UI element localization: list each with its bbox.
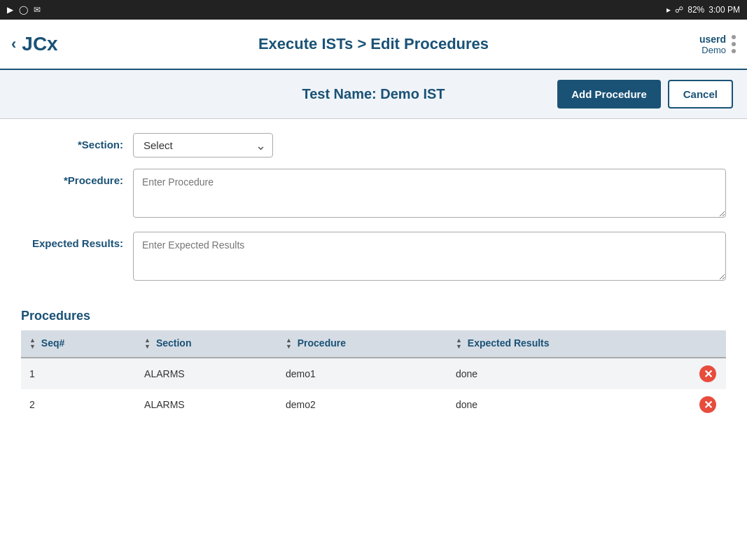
col-section[interactable]: ▲▼ Section [136,330,277,358]
status-bar-right: ▸ ☍ 82% 3:00 PM [666,5,740,15]
expected-results-row: Expected Results: [21,232,726,284]
username-label: userd [699,34,726,45]
expected-results-label: Expected Results: [21,232,133,249]
cell-section: ALARMS [136,358,277,389]
procedures-table: ▲▼ Seq# ▲▼ Section ▲▼ Procedure ▲▼ Expec… [21,330,726,420]
battery-label: 82% [687,5,704,15]
table-row: 1 ALARMS demo1 done ✕ [21,358,726,389]
section-select-button[interactable]: Select [133,133,273,158]
close-icon: ✕ [699,396,716,413]
cell-procedure: demo2 [277,389,447,420]
col-actions [691,330,726,358]
cancel-button[interactable]: Cancel [668,80,733,108]
header: ‹ JCx Execute ISTs > Edit Procedures use… [0,20,747,70]
close-icon: ✕ [699,365,716,382]
status-bar: ▶ ◯ ✉ ▸ ☍ 82% 3:00 PM [0,0,747,20]
signal-icon: ▸ [666,5,671,15]
procedures-section: Procedures ▲▼ Seq# ▲▼ Section ▲▼ Procedu… [0,309,747,420]
more-menu-button[interactable] [732,35,736,53]
action-bar: Test Name: Demo IST Add Procedure Cancel [0,70,747,119]
logo-text: JCx [22,33,57,55]
procedures-title: Procedures [21,309,726,323]
action-buttons: Add Procedure Cancel [494,80,733,108]
sort-seq-icon: ▲▼ [29,337,36,350]
time-label: 3:00 PM [708,5,740,15]
cell-section: ALARMS [136,389,277,420]
camera-icon: ▶ [7,5,13,15]
section-select-wrap: Select ⌄ [133,133,726,158]
table-row: 2 ALARMS demo2 done ✕ [21,389,726,420]
procedure-label: *Procedure: [21,169,133,186]
clock-icon: ◯ [19,5,28,15]
dot3 [732,49,736,53]
form-section: *Section: Select ⌄ *Procedure: Expected … [0,119,747,309]
section-label: *Section: [21,133,133,150]
cell-procedure: demo1 [277,358,447,389]
procedures-tbody: 1 ALARMS demo1 done ✕ 2 ALARMS demo2 don… [21,358,726,420]
wifi-icon: ☍ [675,5,683,15]
section-row: *Section: Select ⌄ [21,133,726,158]
col-procedure[interactable]: ▲▼ Procedure [277,330,447,358]
sort-section-icon: ▲▼ [144,337,151,350]
delete-row-button[interactable]: ✕ [699,365,716,382]
cell-seq: 2 [21,389,136,420]
logo[interactable]: ‹ JCx [11,33,58,55]
col-expected-results[interactable]: ▲▼ Expected Results [447,330,691,358]
test-name-label: Test Name: Demo IST [253,86,493,102]
expected-results-input[interactable] [133,232,726,281]
table-header: ▲▼ Seq# ▲▼ Section ▲▼ Procedure ▲▼ Expec… [21,330,726,358]
user-info: userd Demo [699,34,736,55]
procedure-row: *Procedure: [21,169,726,220]
back-arrow-icon[interactable]: ‹ [11,35,16,53]
dot2 [732,42,736,46]
cell-expected-results: done [447,358,691,389]
procedure-input-wrap [133,169,726,220]
procedure-input[interactable] [133,169,726,218]
page-title: Execute ISTs > Edit Procedures [258,35,489,53]
add-procedure-button[interactable]: Add Procedure [557,80,661,108]
delete-row-button[interactable]: ✕ [699,396,716,413]
col-seq[interactable]: ▲▼ Seq# [21,330,136,358]
cell-expected-results: done [447,389,691,420]
cell-delete: ✕ [691,389,726,420]
expected-results-input-wrap [133,232,726,284]
dot1 [732,35,736,39]
sort-procedure-icon: ▲▼ [286,337,292,350]
cell-delete: ✕ [691,358,726,389]
sort-expected-icon: ▲▼ [456,337,462,350]
status-bar-left: ▶ ◯ ✉ [7,5,41,15]
mail-icon: ✉ [34,5,41,15]
cell-seq: 1 [21,358,136,389]
role-label: Demo [699,45,726,55]
